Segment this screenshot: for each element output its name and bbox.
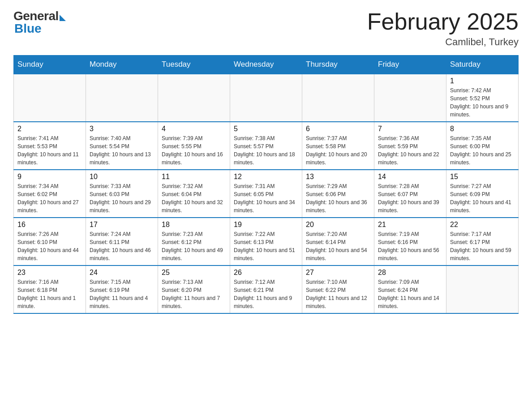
day-of-week-header: Friday: [374, 56, 446, 74]
day-of-week-header: Thursday: [302, 56, 374, 74]
day-info: Sunrise: 7:19 AMSunset: 6:16 PMDaylight:…: [378, 230, 442, 262]
logo-blue-text: Blue: [14, 21, 42, 36]
calendar-cell: 12Sunrise: 7:31 AMSunset: 6:05 PMDayligh…: [230, 170, 302, 218]
day-number: 18: [162, 221, 226, 229]
day-number: 21: [378, 221, 442, 229]
day-info: Sunrise: 7:15 AMSunset: 6:19 PMDaylight:…: [90, 278, 154, 310]
calendar-cell: 7Sunrise: 7:36 AMSunset: 5:59 PMDaylight…: [374, 122, 446, 170]
calendar-cell: 6Sunrise: 7:37 AMSunset: 5:58 PMDaylight…: [302, 122, 374, 170]
day-number: 6: [306, 125, 370, 133]
day-number: 28: [378, 269, 442, 277]
calendar-cell: [230, 74, 302, 122]
calendar-week-row: 1Sunrise: 7:42 AMSunset: 5:52 PMDaylight…: [14, 74, 519, 122]
day-info: Sunrise: 7:13 AMSunset: 6:20 PMDaylight:…: [162, 278, 226, 310]
day-number: 7: [378, 125, 442, 133]
calendar-cell: 24Sunrise: 7:15 AMSunset: 6:19 PMDayligh…: [86, 265, 158, 313]
calendar-cell: [446, 265, 519, 313]
day-info: Sunrise: 7:39 AMSunset: 5:55 PMDaylight:…: [162, 134, 226, 167]
day-number: 24: [90, 269, 154, 277]
calendar-cell: 13Sunrise: 7:29 AMSunset: 6:06 PMDayligh…: [302, 170, 374, 218]
calendar-cell: 19Sunrise: 7:22 AMSunset: 6:13 PMDayligh…: [230, 218, 302, 265]
day-number: 4: [162, 125, 226, 133]
day-number: 17: [90, 221, 154, 229]
day-number: 15: [450, 173, 515, 181]
calendar-cell: 2Sunrise: 7:41 AMSunset: 5:53 PMDaylight…: [14, 122, 86, 170]
day-info: Sunrise: 7:10 AMSunset: 6:22 PMDaylight:…: [306, 278, 370, 310]
day-number: 11: [162, 173, 226, 181]
day-info: Sunrise: 7:36 AMSunset: 5:59 PMDaylight:…: [378, 134, 442, 167]
month-title: February 2025: [367, 9, 519, 34]
calendar-cell: 10Sunrise: 7:33 AMSunset: 6:03 PMDayligh…: [86, 170, 158, 218]
day-number: 22: [450, 221, 515, 229]
day-number: 12: [234, 173, 298, 181]
day-info: Sunrise: 7:27 AMSunset: 6:09 PMDaylight:…: [450, 182, 515, 214]
day-info: Sunrise: 7:41 AMSunset: 5:53 PMDaylight:…: [17, 134, 82, 167]
calendar-cell: 8Sunrise: 7:35 AMSunset: 6:00 PMDaylight…: [446, 122, 519, 170]
calendar-cell: 3Sunrise: 7:40 AMSunset: 5:54 PMDaylight…: [86, 122, 158, 170]
calendar-cell: 28Sunrise: 7:09 AMSunset: 6:24 PMDayligh…: [374, 265, 446, 313]
calendar-cell: 23Sunrise: 7:16 AMSunset: 6:18 PMDayligh…: [14, 265, 86, 313]
logo-arrow-icon: [60, 15, 66, 21]
calendar-cell: 27Sunrise: 7:10 AMSunset: 6:22 PMDayligh…: [302, 265, 374, 313]
calendar-cell: 15Sunrise: 7:27 AMSunset: 6:09 PMDayligh…: [446, 170, 519, 218]
day-info: Sunrise: 7:28 AMSunset: 6:07 PMDaylight:…: [378, 182, 442, 214]
day-info: Sunrise: 7:35 AMSunset: 6:00 PMDaylight:…: [450, 134, 515, 167]
day-info: Sunrise: 7:20 AMSunset: 6:14 PMDaylight:…: [306, 230, 370, 262]
day-number: 3: [90, 125, 154, 133]
calendar-week-row: 2Sunrise: 7:41 AMSunset: 5:53 PMDaylight…: [14, 122, 519, 170]
day-info: Sunrise: 7:12 AMSunset: 6:21 PMDaylight:…: [234, 278, 298, 310]
day-info: Sunrise: 7:17 AMSunset: 6:17 PMDaylight:…: [450, 230, 515, 262]
day-number: 19: [234, 221, 298, 229]
day-number: 13: [306, 173, 370, 181]
day-of-week-header: Tuesday: [158, 56, 230, 74]
day-info: Sunrise: 7:29 AMSunset: 6:06 PMDaylight:…: [306, 182, 370, 214]
day-number: 8: [450, 125, 515, 133]
day-of-week-header: Wednesday: [230, 56, 302, 74]
day-info: Sunrise: 7:40 AMSunset: 5:54 PMDaylight:…: [90, 134, 154, 167]
calendar-cell: [158, 74, 230, 122]
calendar-cell: 20Sunrise: 7:20 AMSunset: 6:14 PMDayligh…: [302, 218, 374, 265]
day-number: 16: [17, 221, 82, 229]
calendar-cell: 9Sunrise: 7:34 AMSunset: 6:02 PMDaylight…: [14, 170, 86, 218]
calendar-cell: 5Sunrise: 7:38 AMSunset: 5:57 PMDaylight…: [230, 122, 302, 170]
day-number: 25: [162, 269, 226, 277]
calendar-cell: 16Sunrise: 7:26 AMSunset: 6:10 PMDayligh…: [14, 218, 86, 265]
calendar-cell: [302, 74, 374, 122]
calendar-table: SundayMondayTuesdayWednesdayThursdayFrid…: [13, 55, 519, 314]
day-number: 1: [450, 77, 515, 85]
day-info: Sunrise: 7:33 AMSunset: 6:03 PMDaylight:…: [90, 182, 154, 214]
day-info: Sunrise: 7:34 AMSunset: 6:02 PMDaylight:…: [17, 182, 82, 214]
calendar-cell: 25Sunrise: 7:13 AMSunset: 6:20 PMDayligh…: [158, 265, 230, 313]
calendar-header-row: SundayMondayTuesdayWednesdayThursdayFrid…: [14, 56, 519, 74]
day-info: Sunrise: 7:37 AMSunset: 5:58 PMDaylight:…: [306, 134, 370, 167]
day-number: 27: [306, 269, 370, 277]
day-number: 2: [17, 125, 82, 133]
calendar-cell: [374, 74, 446, 122]
calendar-cell: 22Sunrise: 7:17 AMSunset: 6:17 PMDayligh…: [446, 218, 519, 265]
day-info: Sunrise: 7:23 AMSunset: 6:12 PMDaylight:…: [162, 230, 226, 262]
day-number: 20: [306, 221, 370, 229]
day-of-week-header: Sunday: [14, 56, 86, 74]
calendar-cell: [86, 74, 158, 122]
day-number: 9: [17, 173, 82, 181]
calendar-cell: 21Sunrise: 7:19 AMSunset: 6:16 PMDayligh…: [374, 218, 446, 265]
calendar-cell: 17Sunrise: 7:24 AMSunset: 6:11 PMDayligh…: [86, 218, 158, 265]
calendar-cell: 1Sunrise: 7:42 AMSunset: 5:52 PMDaylight…: [446, 74, 519, 122]
logo: General Blue: [13, 9, 66, 36]
day-of-week-header: Monday: [86, 56, 158, 74]
page-header: General Blue February 2025 Camlibel, Tur…: [13, 9, 519, 48]
day-number: 26: [234, 269, 298, 277]
day-of-week-header: Saturday: [446, 56, 519, 74]
day-number: 10: [90, 173, 154, 181]
calendar-week-row: 9Sunrise: 7:34 AMSunset: 6:02 PMDaylight…: [14, 170, 519, 218]
day-number: 5: [234, 125, 298, 133]
calendar-cell: 18Sunrise: 7:23 AMSunset: 6:12 PMDayligh…: [158, 218, 230, 265]
calendar-cell: 11Sunrise: 7:32 AMSunset: 6:04 PMDayligh…: [158, 170, 230, 218]
calendar-cell: 4Sunrise: 7:39 AMSunset: 5:55 PMDaylight…: [158, 122, 230, 170]
title-section: February 2025 Camlibel, Turkey: [367, 9, 519, 48]
calendar-cell: [14, 74, 86, 122]
day-info: Sunrise: 7:42 AMSunset: 5:52 PMDaylight:…: [450, 86, 515, 119]
day-info: Sunrise: 7:26 AMSunset: 6:10 PMDaylight:…: [17, 230, 82, 262]
day-info: Sunrise: 7:31 AMSunset: 6:05 PMDaylight:…: [234, 182, 298, 214]
day-number: 23: [17, 269, 82, 277]
